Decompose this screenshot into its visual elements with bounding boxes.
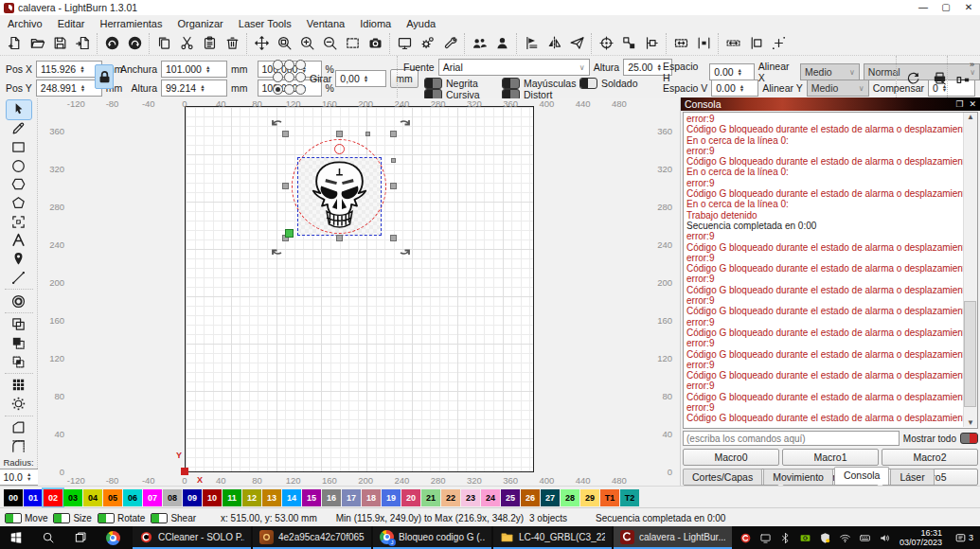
layer-swatch-21[interactable]: 21 [421,489,440,506]
lock-aspect-button[interactable] [95,64,114,89]
layer-swatch-25[interactable]: 25 [501,489,520,506]
scale-handle-w[interactable] [282,183,289,189]
layer-swatch-05[interactable]: 05 [103,489,122,506]
tool-chamfer-icon[interactable] [7,418,31,437]
notification-center[interactable]: 3 [948,526,980,549]
close-button[interactable]: ✕ [957,0,980,15]
scale-handle-ne[interactable] [390,131,397,137]
close-panel-icon[interactable]: ✕ [969,99,976,109]
radius-field[interactable]: 10.0▲▼ [0,469,39,486]
device-settings-icon[interactable] [438,33,461,54]
console-header[interactable]: Consola ❐ ✕ [681,97,980,111]
tool-circular-array-icon[interactable] [7,395,31,414]
snap-grid-icon[interactable] [767,33,790,54]
tray-display-icon[interactable] [757,526,775,549]
settings-icon[interactable] [416,33,438,54]
tab-láser[interactable]: Láser [890,469,934,485]
tool-boolean-intersect-icon[interactable] [7,352,31,371]
jog-bounds-icon[interactable] [692,33,715,54]
tray-bluetooth-icon[interactable] [776,526,794,549]
bold-toggle[interactable] [424,78,442,89]
layer-swatch-12[interactable]: 12 [242,489,261,506]
camera-capture-icon[interactable] [364,33,386,54]
delete-icon[interactable] [221,33,243,54]
menu-laser-tools[interactable]: Laser Tools [231,16,299,31]
macro-button-macro1[interactable]: Macro1 [782,449,879,466]
scale-handle-n[interactable] [336,131,343,137]
layer-swatch-17[interactable]: 17 [342,489,361,506]
tool-grid-array-icon[interactable] [7,376,31,395]
aligny-select[interactable]: Medio∨ [807,80,869,97]
shear-handle-e[interactable] [391,158,396,163]
tray-defender-icon[interactable] [816,526,834,549]
distribute-horizontal-icon[interactable] [722,33,744,54]
taskbar-clock[interactable]: 16:31 03/07/2023 [900,528,942,547]
tool-create-text-icon[interactable] [7,231,31,250]
layer-swatch-24[interactable]: 24 [481,489,500,506]
import-file-icon[interactable] [71,33,94,54]
rotate-handle-nw[interactable] [269,119,284,134]
layer-swatch-16[interactable]: 16 [322,489,341,506]
tool-fillet-icon[interactable] [7,436,31,455]
layer-swatch-13[interactable]: 13 [262,489,281,506]
maximize-button[interactable]: ▢ [935,0,957,15]
layer-swatch-10[interactable]: 10 [203,489,222,506]
undo-icon[interactable] [100,33,123,54]
chrome-taskbar-icon[interactable] [97,526,129,549]
canvas-area[interactable]: -120-120-80-80-40-4000404080801201201601… [38,98,680,486]
hspace-field[interactable]: 0.00▲▼ [709,63,755,80]
layer-swatch-19[interactable]: 19 [382,489,401,506]
scrollbar-thumb[interactable] [964,301,976,407]
layer-swatch-04[interactable]: 04 [83,489,102,506]
layer-swatch-28[interactable]: 28 [561,489,579,506]
menu-organizar[interactable]: Organizar [169,16,230,31]
menu-editar[interactable]: Editar [50,16,93,31]
rotate-toggle[interactable] [98,513,115,523]
posy-field[interactable]: 248.991▲▼ [36,80,102,97]
tool-rectangle-icon[interactable] [7,137,31,156]
macro-button-macro0[interactable]: Macro0 [683,449,779,466]
layer-swatch-07[interactable]: 07 [143,489,162,506]
position-readout-icon[interactable] [640,33,663,54]
console-log[interactable]: error:9Código G bloqueado durante el est… [683,112,978,429]
node-link-icon[interactable] [952,69,974,90]
layer-swatch-06[interactable]: 06 [123,489,142,506]
jog-frame-icon[interactable] [669,33,692,54]
refresh-fonts-icon[interactable] [901,67,924,88]
user-account-icon[interactable] [490,33,513,54]
absolute-position-icon[interactable] [617,33,640,54]
tool-weld-shapes-icon[interactable] [7,315,31,334]
set-origin-icon[interactable] [595,33,617,54]
tray-nvidia-icon[interactable] [796,526,814,549]
layer-swatch-11[interactable]: 11 [223,489,241,506]
dock-layout-icon[interactable] [744,33,767,54]
frame-selection-icon[interactable] [341,33,364,54]
rotate-handle-sw[interactable] [269,240,284,256]
show-all-toggle[interactable] [960,433,978,444]
open-file-icon[interactable] [26,33,48,54]
tray-speaker-icon[interactable] [876,526,894,549]
menu-archivo[interactable]: Archivo [0,16,50,31]
zoom-in-icon[interactable] [295,33,318,54]
cut-icon[interactable] [175,33,198,54]
scroll-down-icon[interactable]: ▼ [967,418,974,427]
start-button[interactable] [0,526,32,549]
size-toggle[interactable] [53,513,70,523]
selection-bounds[interactable] [297,157,382,236]
send-to-laser-icon[interactable] [565,33,588,54]
tab-cortes-capas[interactable]: Cortes/Capas [683,469,762,485]
rotate-handle-se[interactable] [398,240,413,256]
tool-draw-lines-icon[interactable] [7,119,31,138]
layer-swatch-T2[interactable]: T2 [620,489,639,506]
paste-icon[interactable] [198,33,221,54]
tool-polygon-icon[interactable] [7,175,31,194]
layer-swatch-03[interactable]: 03 [63,489,82,506]
tool-create-shape-icon[interactable] [7,194,31,213]
macro-button-macro2[interactable]: Macro2 [882,449,978,466]
zoom-to-page-icon[interactable] [273,33,295,54]
width-field[interactable]: 101.000▲▼ [161,61,227,78]
preview-icon[interactable] [393,33,416,54]
shear-handle-n[interactable] [365,132,370,136]
taskbar-app-lightburn[interactable]: calavera - LightBur... [614,526,732,549]
layer-swatch-09[interactable]: 09 [183,489,202,506]
